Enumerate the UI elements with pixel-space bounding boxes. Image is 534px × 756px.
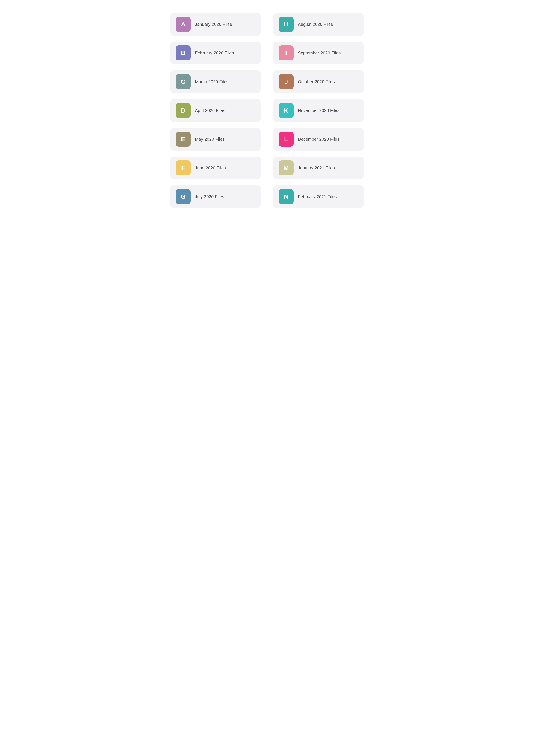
folder-label-b: February 2020 Files (195, 51, 234, 56)
folder-icon-l: L (279, 132, 294, 147)
folder-label-d: April 2020 Files (195, 108, 225, 113)
folder-item-j[interactable]: JOctober 2020 Files (274, 70, 363, 93)
folder-icon-i: I (279, 45, 294, 61)
folder-label-g: July 2020 Files (195, 194, 224, 199)
folder-item-m[interactable]: MJanuary 2021 Files (274, 156, 363, 179)
folder-label-f: June 2020 Files (195, 166, 226, 171)
folder-icon-f: F (176, 160, 191, 176)
folder-icon-m: M (279, 160, 294, 176)
folder-label-j: October 2020 Files (298, 79, 335, 84)
folder-item-f[interactable]: FJune 2020 Files (171, 156, 260, 179)
folder-icon-g: G (176, 189, 191, 204)
folder-icon-j: J (279, 74, 294, 89)
folder-label-c: March 2020 Files (195, 79, 228, 84)
folder-item-g[interactable]: GJuly 2020 Files (171, 185, 260, 208)
folder-item-d[interactable]: DApril 2020 Files (171, 99, 260, 122)
folder-icon-d: D (176, 103, 191, 118)
folder-item-n[interactable]: NFebruary 2021 Files (274, 185, 363, 208)
folder-item-b[interactable]: BFebruary 2020 Files (171, 41, 260, 64)
folder-item-c[interactable]: CMarch 2020 Files (171, 70, 260, 93)
folder-icon-b: B (176, 45, 191, 61)
folder-label-i: September 2020 Files (298, 51, 341, 56)
folder-item-e[interactable]: EMay 2020 Files (171, 128, 260, 150)
folder-label-n: February 2021 Files (298, 194, 337, 199)
folder-label-l: December 2020 Files (298, 137, 339, 142)
folder-label-k: November 2020 Files (298, 108, 339, 113)
folder-grid: AJanuary 2020 FilesHAugust 2020 FilesBFe… (171, 13, 363, 208)
folder-label-h: August 2020 Files (298, 22, 333, 27)
folder-item-l[interactable]: LDecember 2020 Files (274, 128, 363, 150)
folder-label-m: January 2021 Files (298, 166, 335, 171)
folder-icon-e: E (176, 132, 191, 147)
folder-item-a[interactable]: AJanuary 2020 Files (171, 13, 260, 36)
folder-label-a: January 2020 Files (195, 22, 232, 27)
folder-item-i[interactable]: ISeptember 2020 Files (274, 41, 363, 64)
folder-icon-h: H (279, 17, 294, 32)
folder-icon-a: A (176, 17, 191, 32)
folder-item-k[interactable]: KNovember 2020 Files (274, 99, 363, 122)
folder-item-h[interactable]: HAugust 2020 Files (274, 13, 363, 36)
folder-label-e: May 2020 Files (195, 137, 225, 142)
folder-icon-n: N (279, 189, 294, 204)
folder-icon-k: K (279, 103, 294, 118)
folder-icon-c: C (176, 74, 191, 89)
